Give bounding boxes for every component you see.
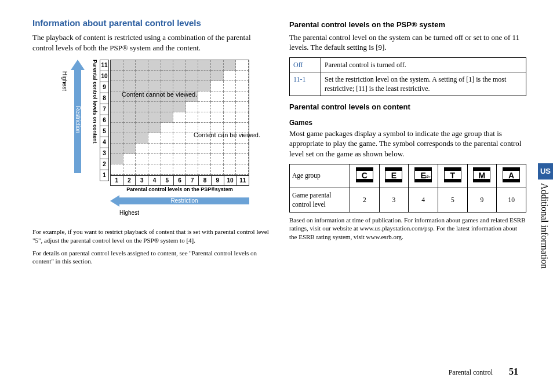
- settings-table: OffParental control is turned off. 11-1S…: [289, 57, 526, 97]
- rating-cell: E: [379, 164, 409, 188]
- table-row: OffParental control is turned off.: [290, 57, 526, 72]
- ratings-footnote: Based on information at time of publicat…: [289, 216, 526, 241]
- right-column: Parental control levels on the PSP® syst…: [289, 17, 537, 270]
- rating-cell: C: [350, 164, 380, 188]
- esrb-badge-icon: M: [473, 167, 490, 182]
- esrb-badge-icon: T: [444, 167, 461, 182]
- table-row: Game parental control level 2 3 4 5 9 10: [290, 188, 526, 213]
- psp-levels-paragraph: The parental control level on the system…: [289, 32, 526, 53]
- section-heading: Information about parental control level…: [32, 17, 270, 29]
- table-row: 11-1Set the restriction level on the sys…: [290, 72, 526, 96]
- rating-cell: T: [438, 164, 467, 188]
- games-subheading: Games: [289, 118, 526, 127]
- chapter-title: Additional information: [539, 183, 551, 310]
- y-axis-title: Parental control levels on content: [90, 60, 99, 175]
- rating-cell: M: [467, 164, 497, 188]
- rating-cell: E10+: [409, 164, 438, 188]
- intro-paragraph: The playback of content is restricted us…: [32, 32, 270, 53]
- vertical-restriction-arrow: Restriction Highest: [71, 60, 85, 184]
- example-paragraph: For example, if you want to restrict pla…: [32, 228, 270, 244]
- annotation-allowed: Content can be viewed.: [194, 131, 260, 139]
- table-row: Age group C E E10+ T M A: [290, 164, 526, 188]
- page-number: 51: [509, 365, 518, 378]
- footer-section: Parental control: [449, 368, 493, 377]
- esrb-badge-icon: A: [503, 167, 520, 182]
- psp-levels-heading: Parental control levels on the PSP® syst…: [289, 20, 526, 30]
- y-axis-ticks: 1110987654321: [100, 60, 109, 175]
- esrb-badge-icon: E10+: [414, 167, 432, 182]
- horizontal-restriction-arrow: Restriction: [110, 195, 249, 208]
- x-axis-title: Parental control levels on the PSP®syste…: [110, 186, 249, 193]
- region-tab: US: [538, 163, 553, 179]
- games-paragraph: Most game packages display a symbol to i…: [289, 129, 526, 159]
- rating-cell: A: [497, 164, 526, 188]
- left-column: Information about parental control level…: [32, 17, 270, 270]
- ratings-table: Age group C E E10+ T M A Game parental c…: [289, 164, 526, 213]
- esrb-badge-icon: C: [356, 167, 373, 182]
- horizontal-highest-label: Highest: [119, 209, 139, 217]
- annotation-blocked: Content cannot be viewed.: [122, 91, 197, 98]
- parental-control-diagram: Restriction Highest Parental control lev…: [58, 60, 267, 222]
- esrb-badge-icon: E: [385, 167, 402, 182]
- diagram-grid: [110, 60, 249, 175]
- details-paragraph: For details on parental control levels a…: [32, 249, 270, 266]
- content-levels-heading: Parental control levels on content: [289, 102, 526, 112]
- x-axis-ticks: 1234567891011: [110, 175, 249, 186]
- page-footer: Parental control 51: [449, 365, 518, 378]
